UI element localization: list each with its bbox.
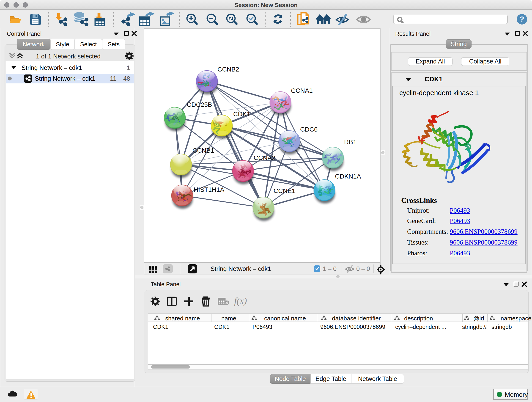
svg-text:?: ?	[520, 15, 524, 23]
